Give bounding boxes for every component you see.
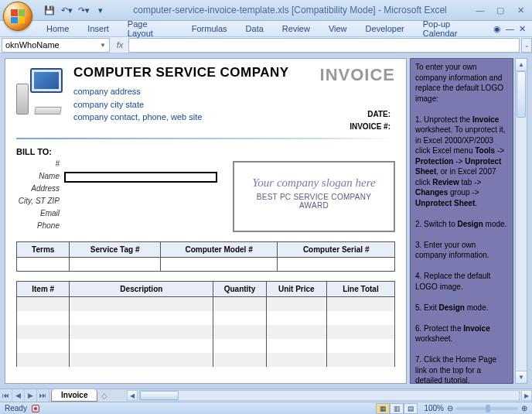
name-box-dropdown-icon[interactable]: ▼ <box>100 42 106 49</box>
th-terms: Terms <box>17 242 70 258</box>
company-address-1: company address <box>73 85 289 98</box>
slogan-line-1: Your company slogan here <box>242 176 386 190</box>
billto-num-label: # <box>16 159 60 170</box>
invoice-number-label: INVOICE #: <box>320 121 390 133</box>
cell-model[interactable] <box>160 258 278 272</box>
table-row[interactable] <box>17 339 70 353</box>
ribbon-close-icon[interactable]: ✕ <box>519 24 526 34</box>
tab-view[interactable]: View <box>319 22 356 36</box>
status-bar: Ready ▦ ▥ ▤ 100% ⊖ ⊕ <box>0 402 532 414</box>
page-layout-view-icon[interactable]: ▥ <box>390 403 404 414</box>
slogan-line-2: BEST PC SERVICE COMPANY AWARD <box>242 193 386 210</box>
billto-email-label: Email <box>16 209 60 220</box>
worksheet-area[interactable]: COMPUTER SERVICE COMPANY company address… <box>5 58 407 384</box>
tab-formulas[interactable]: Formulas <box>182 22 237 36</box>
billto-address-label: Address <box>16 184 60 195</box>
help-icon[interactable]: ◉ <box>493 24 501 34</box>
maximize-button[interactable]: ▢ <box>492 4 509 16</box>
table-row[interactable] <box>17 325 70 339</box>
th-unit-price: Unit Price <box>266 282 326 297</box>
billto-email-value[interactable] <box>64 209 217 220</box>
table-row[interactable] <box>17 311 70 325</box>
th-service-tag: Service Tag # <box>70 242 160 258</box>
th-item: Item # <box>17 282 70 297</box>
th-serial: Computer Serial # <box>278 242 395 258</box>
billto-num-value[interactable] <box>64 159 217 170</box>
cell-terms[interactable] <box>17 258 70 272</box>
billto-name-label: Name <box>16 172 60 183</box>
hscroll-thumb[interactable] <box>140 391 179 400</box>
th-quantity: Quantity <box>213 282 266 297</box>
billto-csz-label: City, ST ZIP <box>16 197 60 207</box>
window-title: computer-service-invoice-template.xls [C… <box>108 5 472 15</box>
name-box[interactable]: oknWhoName ▼ <box>2 38 110 53</box>
th-line-total: Line Total <box>326 282 394 297</box>
scroll-up-icon[interactable]: ▲ <box>516 59 527 71</box>
tab-developer[interactable]: Developer <box>356 22 414 36</box>
billto-address-value[interactable] <box>64 184 217 195</box>
office-button[interactable] <box>3 2 32 31</box>
close-button[interactable]: ✕ <box>512 4 529 16</box>
table-row[interactable] <box>17 353 70 367</box>
company-contact: company contact, phone, web site <box>73 111 289 124</box>
tab-popup-calendar[interactable]: Pop-up Calendar <box>414 17 493 40</box>
prev-sheet-icon[interactable]: ◀ <box>12 389 25 402</box>
quick-access-toolbar: 💾 ↶▾ ↷▾ ▾ <box>42 2 108 18</box>
tab-review[interactable]: Review <box>273 22 319 36</box>
scrollbar-thumb[interactable] <box>517 71 526 118</box>
fx-label[interactable]: fx <box>111 40 128 50</box>
zoom-level[interactable]: 100% <box>424 404 444 412</box>
scroll-down-icon[interactable]: ▼ <box>516 371 527 383</box>
scroll-left-icon[interactable]: ◀ <box>127 390 138 401</box>
table-row[interactable] <box>17 297 70 311</box>
vertical-scrollbar[interactable]: ▲ ▼ <box>515 58 527 384</box>
line-items-table: Item # Description Quantity Unit Price L… <box>16 281 395 367</box>
status-ready: Ready <box>5 404 27 412</box>
billto-phone-value[interactable] <box>64 221 217 232</box>
company-name: COMPUTER SERVICE COMPANY <box>73 65 289 80</box>
qat-customize[interactable]: ▾ <box>93 2 108 18</box>
redo-button[interactable]: ↷▾ <box>76 2 91 18</box>
invoice-title: INVOICE <box>320 65 395 85</box>
cell-serial[interactable] <box>278 258 395 272</box>
first-sheet-icon[interactable]: ⏮ <box>0 389 12 402</box>
formula-input[interactable] <box>128 38 520 53</box>
normal-view-icon[interactable]: ▦ <box>376 403 390 414</box>
name-box-value: oknWhoName <box>5 40 60 50</box>
tab-insert[interactable]: Insert <box>78 22 118 36</box>
zoom-slider[interactable] <box>456 407 518 410</box>
undo-button[interactable]: ↶▾ <box>59 2 74 18</box>
cell-service-tag[interactable] <box>70 258 160 272</box>
new-sheet-icon[interactable]: ◇ <box>97 392 111 400</box>
divider <box>16 138 395 139</box>
billto-phone-label: Phone <box>16 221 60 232</box>
scroll-right-icon[interactable]: ▶ <box>521 390 532 401</box>
tab-data[interactable]: Data <box>237 22 273 36</box>
next-sheet-icon[interactable]: ▶ <box>25 389 37 402</box>
sheet-tab-invoice[interactable]: Invoice <box>51 389 97 402</box>
minimize-ribbon-icon[interactable]: ― <box>506 24 514 34</box>
tab-home[interactable]: Home <box>37 22 78 36</box>
service-info-table: Terms Service Tag # Computer Model # Com… <box>16 241 395 272</box>
ribbon-tabs: Home Insert Page Layout Formulas Data Re… <box>0 21 532 37</box>
th-description: Description <box>70 282 213 297</box>
date-label: DATE: <box>320 108 390 121</box>
save-button[interactable]: 💾 <box>42 2 57 18</box>
formula-bar: oknWhoName ▼ fx ⌄ <box>0 37 532 53</box>
tab-page-layout[interactable]: Page Layout <box>118 17 182 40</box>
billto-name-value[interactable] <box>64 172 217 183</box>
company-address-2: company city state <box>73 98 289 111</box>
expand-formula-bar[interactable]: ⌄ <box>521 38 532 53</box>
company-logo <box>16 68 63 115</box>
last-sheet-icon[interactable]: ⏭ <box>37 389 49 402</box>
slogan-box: Your company slogan here BEST PC SERVICE… <box>233 161 395 232</box>
minimize-button[interactable]: ― <box>472 4 489 16</box>
zoom-out-icon[interactable]: ⊖ <box>447 404 453 412</box>
macro-record-icon[interactable] <box>32 405 39 412</box>
instructions-panel: To enter your own company information an… <box>410 58 513 384</box>
horizontal-scrollbar[interactable]: ◀ ▶ <box>127 390 532 401</box>
billto-csz-value[interactable] <box>64 197 217 207</box>
sheet-tab-bar: ⏮ ◀ ▶ ⏭ Invoice ◇ ◀ ▶ <box>0 388 532 402</box>
page-break-view-icon[interactable]: ▤ <box>404 403 418 414</box>
zoom-in-icon[interactable]: ⊕ <box>521 404 527 412</box>
